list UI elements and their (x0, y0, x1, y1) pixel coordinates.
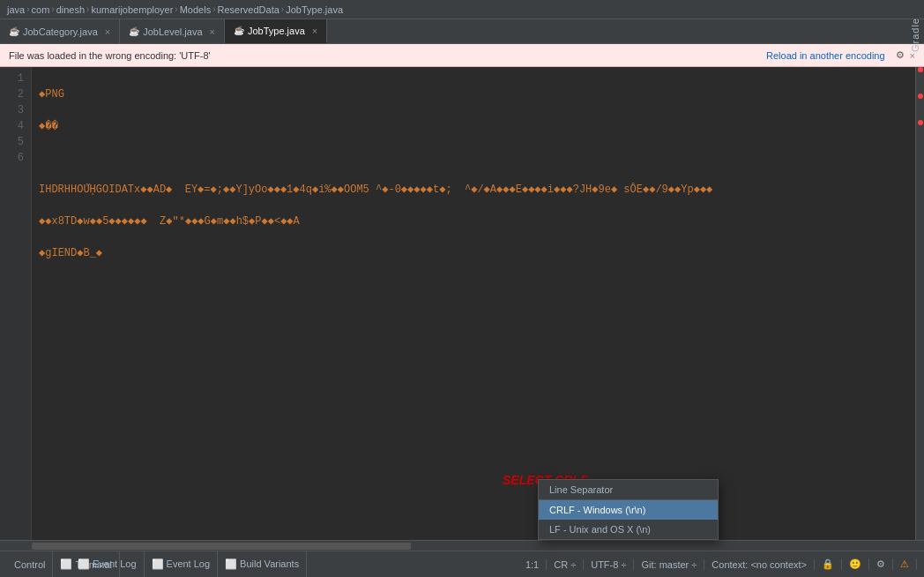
status-face[interactable]: 🙂 (842, 558, 869, 570)
error-strip (915, 67, 924, 540)
event-log-text: Event Log (167, 558, 211, 569)
tabs-bar: ☕ JobCategory.java × ☕ JobLevel.java × ☕… (0, 19, 924, 44)
status-bar-right: 1:1 CR ÷ UTF-8 ÷ Git: master ÷ Context: … (518, 558, 917, 570)
code-line: IHDRHHOUᾜGOIDATx◆◆AD◆ EY◆=◆;◆◆Y]yOo◆◆◆1◆… (39, 182, 908, 198)
status-build-variants[interactable]: ⬜ Build Variants (218, 551, 307, 577)
breadcrumb-item[interactable]: com (32, 4, 50, 15)
close-icon[interactable]: × (105, 26, 110, 37)
line-num: 6 (0, 150, 24, 166)
line-numbers: 1 2 3 4 5 6 (0, 67, 32, 540)
file-explorer-label: Event Log (93, 558, 137, 569)
tab-label: JobLevel.java (143, 26, 202, 37)
breadcrumb-sep: › (175, 4, 177, 14)
code-line: ◆gIEND◆B_◆ (39, 245, 908, 261)
error-indicator (918, 67, 923, 72)
error-indicator (918, 120, 923, 125)
status-settings[interactable]: ⚙ (869, 558, 893, 570)
breadcrumb-item[interactable]: JobType.java (286, 4, 343, 15)
breadcrumb-sep: › (86, 4, 89, 14)
breadcrumb-item[interactable]: Models (180, 4, 211, 15)
build-variants-label: Build Variants (240, 558, 299, 569)
tab-jobcategory[interactable]: ☕ JobCategory.java × (0, 19, 120, 43)
line-separator-dropdown: Line Separator CRLF - Windows (\r\n) LF … (538, 479, 719, 540)
file-explorer-icon: ⬜ (78, 558, 90, 570)
editor-area: 1 2 3 4 5 6 ◆PNG ◆�� IHDRHHOUᾜGOIDATx◆◆A… (0, 67, 924, 540)
warning-banner: File was loaded in the wrong encoding: '… (0, 44, 924, 67)
h-scrollbar[interactable] (0, 540, 924, 551)
warning-icon: ⚠ (900, 558, 909, 570)
error-indicator (918, 94, 923, 99)
tab-label: JobCategory.java (23, 26, 98, 37)
warning-message: File was loaded in the wrong encoding: '… (9, 50, 211, 61)
status-position[interactable]: 1:1 (518, 559, 547, 570)
git-label: Git: master ÷ (641, 559, 697, 570)
cr-label: CR ÷ (554, 559, 576, 570)
breadcrumb-sep: › (212, 4, 215, 14)
dropdown-item-lf[interactable]: LF - Unix and OS X (\n) (539, 520, 718, 539)
breadcrumb-item[interactable]: dinesh (56, 4, 85, 15)
line-num: 4 (0, 118, 24, 134)
status-event-log[interactable]: ⬜ Build Variants Event Log (145, 551, 219, 577)
lock-icon: 🔒 (822, 558, 834, 570)
code-line: ◆PNG (39, 86, 908, 102)
context-label: Context: <no context> (712, 559, 807, 570)
breadcrumb-sep: › (51, 4, 54, 14)
dropdown-header: Line Separator (539, 480, 718, 500)
breadcrumb-sep: › (26, 4, 29, 14)
dropdown-item-crlf[interactable]: CRLF - Windows (\r\n) (539, 500, 718, 520)
status-git[interactable]: Git: master ÷ (634, 559, 704, 570)
status-file-explorer[interactable]: ⬜ Event Log (71, 551, 145, 577)
gradle-panel-label[interactable]: Gradle (906, 18, 924, 52)
settings-icon[interactable]: ⚙ (896, 49, 905, 61)
status-lock[interactable]: 🔒 (815, 558, 842, 570)
control-label: Control (14, 559, 45, 570)
status-control[interactable]: Control (7, 551, 53, 577)
line-num: 2 (0, 86, 24, 102)
tab-label: JobType.java (248, 26, 305, 36)
editor-content[interactable]: ◆PNG ◆�� IHDRHHOUᾜGOIDATx◆◆AD◆ EY◆=◆;◆◆Y… (32, 67, 915, 540)
build-variants-icon: ⬜ (225, 558, 237, 570)
breadcrumb-item[interactable]: java (7, 4, 25, 15)
line-num: 1 (0, 71, 24, 86)
position-label: 1:1 (525, 559, 539, 570)
code-line: ◆�� (39, 118, 908, 134)
breadcrumb-sep: › (281, 4, 284, 14)
breadcrumb-item[interactable]: kumarijobemployer (91, 4, 173, 15)
event-log-icon: ⬜ (152, 558, 164, 570)
java-icon: ☕ (234, 26, 244, 35)
line-num: 3 (0, 102, 24, 118)
status-context[interactable]: Context: <no context> (704, 559, 815, 570)
close-icon[interactable]: × (312, 26, 317, 36)
breadcrumb-item[interactable]: ReservedData (218, 4, 279, 15)
java-icon: ☕ (9, 26, 19, 36)
close-icon[interactable]: × (210, 26, 215, 37)
code-line (39, 150, 908, 166)
settings-icon2: ⚙ (876, 558, 885, 570)
tab-jobtype[interactable]: ☕ JobType.java × (225, 19, 327, 43)
utf8-label: UTF-8 ÷ (591, 559, 626, 570)
reload-link[interactable]: Reload in another encoding (766, 50, 885, 61)
status-utf8[interactable]: UTF-8 ÷ (584, 559, 634, 570)
breadcrumb: java › com › dinesh › kumarijobemployer … (0, 0, 924, 19)
status-cr[interactable]: CR ÷ (547, 559, 584, 570)
java-icon: ☕ (129, 26, 139, 36)
tab-joblevel[interactable]: ☕ JobLevel.java × (120, 19, 225, 43)
h-scroll-thumb[interactable] (32, 543, 411, 550)
status-warning[interactable]: ⚠ (893, 558, 917, 570)
code-line: ◆◆x8TD◆w◆◆5◆◆◆◆◆◆ Z◆"*◆◆◆G◆m◆◆h$◆P◆◆<◆◆A (39, 214, 908, 229)
line-num: 5 (0, 134, 24, 150)
face-icon: 🙂 (849, 558, 861, 570)
